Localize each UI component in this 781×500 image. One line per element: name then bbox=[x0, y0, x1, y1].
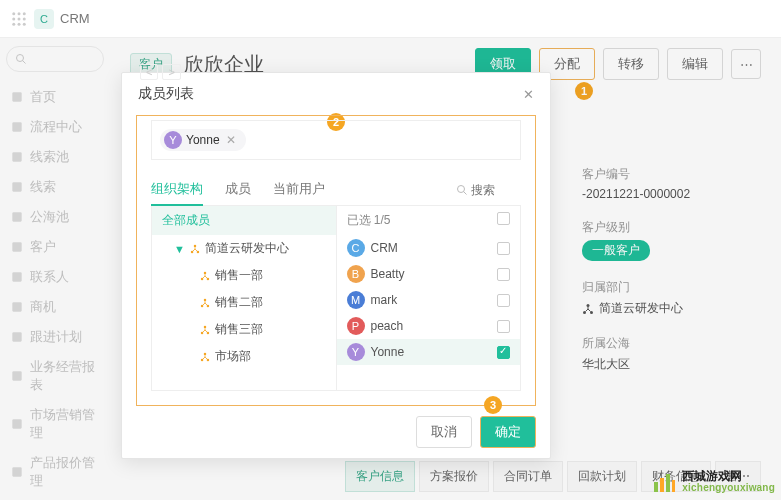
avatar: P bbox=[347, 317, 365, 335]
member-list: 已选 1/5 CCRMBBeattyMmarkPpeachYYonne bbox=[337, 206, 521, 390]
selected-chipbox[interactable]: Y Yonne ✕ bbox=[151, 120, 521, 160]
modal-title: 成员列表 bbox=[138, 85, 194, 103]
avatar: Y bbox=[347, 343, 365, 361]
svg-rect-47 bbox=[666, 474, 670, 492]
member-checkbox[interactable] bbox=[497, 346, 510, 359]
watermark-logo-icon bbox=[652, 470, 676, 494]
member-checkbox[interactable] bbox=[497, 268, 510, 281]
prev-page[interactable]: < bbox=[140, 64, 158, 80]
avatar: C bbox=[347, 239, 365, 257]
member-checkbox[interactable] bbox=[497, 242, 510, 255]
app-icon: C bbox=[34, 9, 54, 29]
avatar: Y bbox=[164, 131, 182, 149]
search-icon bbox=[456, 184, 468, 196]
svg-point-7 bbox=[18, 22, 21, 25]
svg-point-28 bbox=[458, 185, 465, 192]
svg-point-36 bbox=[204, 298, 207, 301]
member-item[interactable]: YYonne bbox=[337, 339, 521, 365]
ok-button[interactable]: 确定 bbox=[480, 416, 536, 448]
member-search-input[interactable] bbox=[471, 183, 521, 197]
chip-name: Yonne bbox=[186, 133, 220, 147]
member-item[interactable]: CCRM bbox=[337, 235, 521, 261]
tree-node[interactable]: 销售二部 bbox=[152, 289, 336, 316]
member-item[interactable]: BBeatty bbox=[337, 261, 521, 287]
tree-root[interactable]: 全部成员 bbox=[152, 206, 336, 235]
app-title: CRM bbox=[60, 11, 90, 26]
svg-point-42 bbox=[204, 352, 207, 355]
next-page[interactable]: > bbox=[162, 64, 180, 80]
tree-node[interactable]: ▼简道云研发中心 bbox=[152, 235, 336, 262]
tree-node[interactable]: 销售一部 bbox=[152, 262, 336, 289]
tab-current[interactable]: 当前用户 bbox=[273, 174, 325, 205]
svg-point-3 bbox=[12, 17, 15, 20]
svg-point-2 bbox=[23, 12, 26, 15]
cancel-button[interactable]: 取消 bbox=[416, 416, 472, 448]
member-checkbox[interactable] bbox=[497, 294, 510, 307]
tab-member[interactable]: 成员 bbox=[225, 174, 251, 205]
chip-remove-icon[interactable]: ✕ bbox=[224, 133, 238, 147]
svg-point-0 bbox=[12, 12, 15, 15]
svg-line-29 bbox=[464, 191, 467, 194]
app-launcher-icon[interactable] bbox=[10, 10, 28, 28]
avatar: M bbox=[347, 291, 365, 309]
tab-org[interactable]: 组织架构 bbox=[151, 174, 203, 206]
svg-point-6 bbox=[12, 22, 15, 25]
selected-count: 已选 1/5 bbox=[347, 212, 391, 229]
svg-point-8 bbox=[23, 22, 26, 25]
svg-point-4 bbox=[18, 17, 21, 20]
member-checkbox[interactable] bbox=[497, 320, 510, 333]
step-3: 3 bbox=[484, 396, 502, 414]
member-item[interactable]: Mmark bbox=[337, 287, 521, 313]
svg-point-5 bbox=[23, 17, 26, 20]
member-chip: Y Yonne ✕ bbox=[160, 129, 246, 151]
tree-node[interactable]: 市场部 bbox=[152, 343, 336, 370]
org-icon bbox=[190, 244, 200, 254]
svg-point-39 bbox=[204, 325, 207, 328]
avatar: B bbox=[347, 265, 365, 283]
svg-rect-45 bbox=[654, 482, 658, 492]
svg-rect-48 bbox=[672, 480, 675, 492]
svg-rect-46 bbox=[660, 478, 664, 492]
select-all-checkbox[interactable] bbox=[497, 212, 510, 225]
member-item[interactable]: Ppeach bbox=[337, 313, 521, 339]
pager: < > bbox=[140, 64, 181, 80]
member-search[interactable] bbox=[456, 174, 521, 205]
tree-node[interactable]: 销售三部 bbox=[152, 316, 336, 343]
svg-point-33 bbox=[204, 271, 207, 274]
org-tree: 全部成员 ▼简道云研发中心 销售一部销售二部销售三部市场部 bbox=[152, 206, 337, 390]
close-icon[interactable]: ✕ bbox=[523, 87, 534, 102]
watermark: 西城游戏网xichengyouxiwang bbox=[652, 470, 775, 494]
svg-point-1 bbox=[18, 12, 21, 15]
svg-point-30 bbox=[194, 244, 197, 247]
member-modal: 成员列表 ✕ 2 Y Yonne ✕ 组织架构 成员 当前用户 全部成员 ▼简道… bbox=[121, 72, 551, 459]
